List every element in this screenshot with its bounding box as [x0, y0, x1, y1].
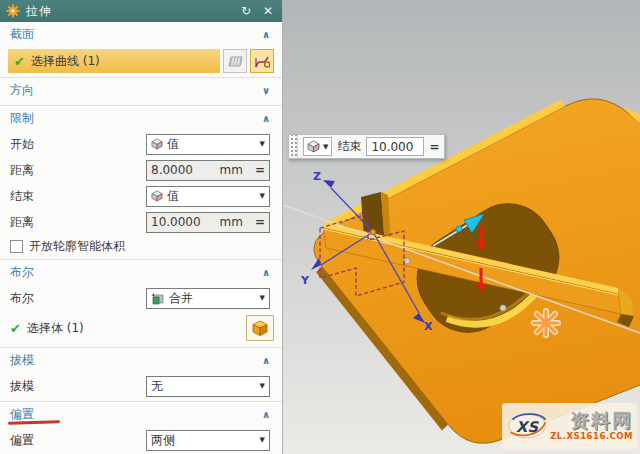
select-curve-label: 选择曲线 (1)	[31, 53, 100, 70]
viewport-3d[interactable]: Z Y X	[283, 0, 640, 454]
section-panel-header[interactable]: 截面 ∧	[0, 22, 282, 45]
boolean-value: 合并	[169, 290, 193, 307]
direction-panel-header[interactable]: 方向 ∨	[0, 78, 282, 101]
start-mode-value: 值	[167, 136, 179, 153]
start-distance-label: 距离	[10, 162, 146, 179]
watermark-logo: XS	[506, 408, 548, 444]
watermark: XS 资料网 ZL.XS1616.COM	[502, 403, 637, 449]
boolean-panel-header[interactable]: 布尔 ∧	[0, 260, 282, 283]
limits-header-label: 限制	[10, 110, 34, 127]
select-body-button[interactable]	[246, 315, 274, 341]
boolean-header-label: 布尔	[10, 264, 34, 281]
draft-dropdown[interactable]: 无 ▼	[146, 376, 270, 397]
offset-panel-header[interactable]: 偏置 ∧	[0, 402, 282, 425]
select-face-button[interactable]	[223, 49, 247, 73]
guide-bead-handle[interactable]	[500, 305, 506, 311]
cube-icon	[151, 190, 163, 202]
osd-end-label: 结束	[337, 138, 361, 155]
limits-panel-header[interactable]: 限制 ∧	[0, 106, 282, 129]
select-curve-row[interactable]: ✔ 选择曲线 (1)	[8, 49, 220, 73]
chevron-up-icon[interactable]: ∧	[262, 267, 270, 278]
chevron-up-icon[interactable]: ∧	[262, 29, 270, 40]
reset-icon[interactable]: ↻	[238, 4, 254, 18]
onscreen-extrude-toolbar[interactable]: ▼ 结束 10.000 =	[288, 134, 445, 159]
solid-body-cube-icon	[251, 319, 269, 337]
draft-value: 无	[151, 378, 163, 395]
direction-header-label: 方向	[10, 82, 34, 99]
limit-mode-button[interactable]: ▼	[303, 137, 332, 156]
chevron-up-icon[interactable]: ∧	[262, 409, 270, 420]
section-header-label: 截面	[10, 26, 34, 43]
end-distance-unit[interactable]: mm	[220, 215, 243, 229]
watermark-logo-text: XS	[516, 418, 539, 435]
axis-label-x: X	[424, 320, 433, 333]
application-window: Z Y X	[0, 0, 640, 454]
cube-icon	[151, 138, 163, 150]
close-icon[interactable]: ✕	[260, 4, 276, 18]
dropdown-caret-icon: ▼	[260, 382, 265, 390]
boolean-label: 布尔	[10, 290, 146, 307]
offset-header-label: 偏置	[10, 407, 34, 421]
open-profile-checkbox[interactable]	[10, 240, 23, 253]
gear-icon	[6, 4, 20, 18]
end-distance-value: 10.0000	[151, 215, 201, 229]
dropdown-caret-icon: ▼	[260, 192, 265, 200]
osd-formula-toggle[interactable]: =	[429, 140, 439, 154]
formula-toggle[interactable]: =	[255, 163, 265, 177]
start-label: 开始	[10, 136, 146, 153]
dropdown-caret-icon: ▼	[260, 294, 265, 302]
end-mode-value: 值	[167, 188, 179, 205]
check-icon: ✔	[14, 54, 25, 69]
draft-panel-header[interactable]: 拔模 ∧	[0, 348, 282, 371]
start-distance-input[interactable]: 8.0000 mm =	[146, 160, 270, 181]
open-profile-label: 开放轮廓智能体积	[29, 238, 125, 255]
draft-header-label: 拔模	[10, 352, 34, 369]
face-icon	[228, 55, 243, 68]
cube-icon	[307, 140, 320, 153]
select-body-label: 选择体 (1)	[27, 320, 84, 337]
start-distance-unit[interactable]: mm	[220, 163, 243, 177]
3d-scene: Z Y X	[283, 0, 640, 454]
toolbar-drag-grip[interactable]	[289, 135, 298, 158]
offset-dropdown[interactable]: 两侧 ▼	[146, 430, 270, 451]
offset-label: 偏置	[10, 432, 146, 449]
axis-label-y: Y	[300, 274, 310, 287]
drag-handle-asterisk[interactable]	[534, 311, 558, 335]
chevron-up-icon[interactable]: ∧	[262, 113, 270, 124]
axis-label-z: Z	[313, 170, 321, 183]
watermark-name: 资料网	[570, 411, 633, 430]
dialog-titlebar[interactable]: 拉伸 ↻ ✕	[0, 0, 282, 22]
sketch-section-button[interactable]	[250, 49, 274, 73]
check-icon: ✔	[10, 321, 21, 336]
end-distance-input[interactable]: 10.0000 mm =	[146, 212, 270, 233]
dialog-title: 拉伸	[26, 3, 52, 20]
end-mode-dropdown[interactable]: 值 ▼	[146, 186, 270, 207]
osd-end-distance-input[interactable]: 10.000	[366, 137, 424, 156]
guide-bead-handle[interactable]	[404, 258, 410, 264]
dropdown-caret-icon: ▼	[260, 436, 265, 444]
formula-toggle[interactable]: =	[255, 215, 265, 229]
chevron-down-icon[interactable]: ∨	[262, 85, 270, 96]
watermark-url: ZL.XS1616.COM	[550, 432, 633, 441]
end-distance-label: 距离	[10, 214, 146, 231]
red-underline-annotation	[8, 420, 60, 424]
extrude-dialog: 拉伸 ↻ ✕ 截面 ∧ ✔ 选择曲线 (1)	[0, 0, 283, 454]
end-label: 结束	[10, 188, 146, 205]
dropdown-caret-icon: ▼	[323, 143, 328, 151]
draft-label: 拔模	[10, 378, 146, 395]
chevron-up-icon[interactable]: ∧	[262, 355, 270, 366]
start-mode-dropdown[interactable]: 值 ▼	[146, 134, 270, 155]
dropdown-caret-icon: ▼	[260, 140, 265, 148]
sketch-curve-icon	[254, 54, 270, 69]
start-distance-value: 8.0000	[151, 163, 193, 177]
osd-end-distance-value: 10.000	[371, 140, 413, 154]
boolean-dropdown[interactable]: 合并 ▼	[146, 288, 270, 309]
offset-value: 两侧	[151, 432, 175, 449]
unite-icon	[151, 292, 165, 305]
